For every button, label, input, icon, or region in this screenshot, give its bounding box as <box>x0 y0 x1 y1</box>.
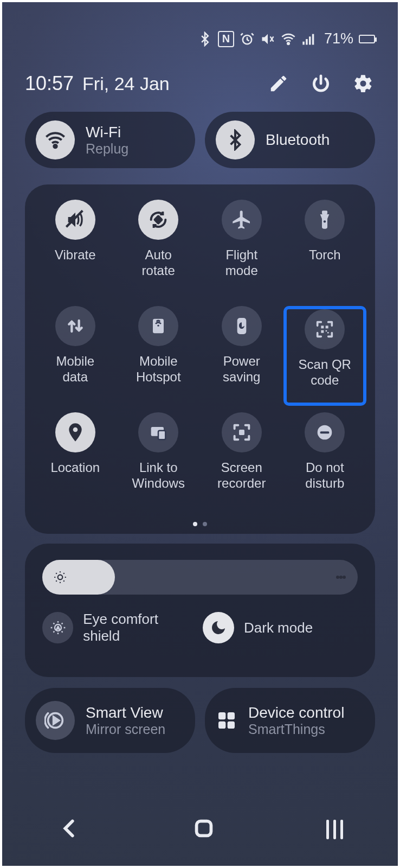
settings-button[interactable] <box>351 72 375 95</box>
eye-comfort-icon: A <box>42 612 73 643</box>
mute-icon <box>260 31 275 47</box>
svg-rect-30 <box>218 712 225 719</box>
svg-rect-21 <box>158 431 165 440</box>
svg-rect-24 <box>320 431 330 433</box>
svg-rect-31 <box>228 712 235 719</box>
clock-date[interactable]: Fri, 24 Jan <box>82 73 170 94</box>
bluetooth-pill-icon <box>216 120 255 159</box>
torch-label: Torch <box>309 247 341 279</box>
back-button[interactable] <box>57 816 82 843</box>
tile-screenrec[interactable]: Screen recorder <box>200 412 283 512</box>
svg-rect-14 <box>321 326 324 328</box>
flightmode-label: Flight mode <box>225 247 258 279</box>
tile-flightmode[interactable]: Flight mode <box>200 200 283 299</box>
svg-point-1 <box>287 42 289 44</box>
svg-rect-4 <box>309 36 311 44</box>
svg-rect-5 <box>312 34 314 44</box>
svg-rect-32 <box>218 722 225 729</box>
hotspot-icon <box>138 306 178 346</box>
tile-scanqr[interactable]: Scan QR code <box>283 306 367 406</box>
scanqr-icon <box>305 309 345 349</box>
power-button[interactable] <box>309 72 333 95</box>
bluetooth-icon <box>197 31 212 47</box>
powersave-icon <box>222 306 262 346</box>
svg-marker-29 <box>54 717 59 724</box>
bluetooth-toggle[interactable]: Bluetooth <box>205 112 375 168</box>
eye-comfort-label: Eye comfort shield <box>83 611 197 644</box>
dark-mode-icon <box>203 612 234 643</box>
tile-location[interactable]: Location <box>34 412 117 512</box>
wifi-title: Wi-Fi <box>86 124 128 141</box>
svg-rect-18 <box>327 332 329 334</box>
dnd-label: Do not disturb <box>305 460 344 492</box>
scanqr-label: Scan QR code <box>299 357 351 388</box>
clock-time[interactable]: 10:57 <box>25 72 74 95</box>
linkwindows-icon <box>138 412 178 452</box>
device-control-icon <box>216 710 237 731</box>
autorotate-label: Auto rotate <box>142 247 175 279</box>
home-button[interactable] <box>191 816 216 843</box>
device-control-subtitle: SmartThings <box>248 722 344 737</box>
nfc-icon: N <box>218 31 234 47</box>
flightmode-icon <box>222 200 262 240</box>
battery-label: 71% <box>324 30 353 47</box>
status-bar: N 71% <box>197 30 375 47</box>
wifi-subtitle: Replug <box>86 141 128 157</box>
recents-button[interactable] <box>326 820 343 839</box>
device-control-title: Device control <box>248 704 344 722</box>
svg-point-10 <box>324 220 326 222</box>
tile-powersave[interactable]: Power saving <box>200 306 283 406</box>
dnd-icon <box>305 412 345 452</box>
mobiledata-icon <box>55 306 95 346</box>
nav-bar <box>2 816 398 843</box>
dark-mode-label: Dark mode <box>244 620 313 636</box>
bluetooth-title: Bluetooth <box>266 131 330 149</box>
powersave-label: Power saving <box>223 354 260 385</box>
tile-linkwindows[interactable]: Link to Windows <box>117 412 201 512</box>
vibrate-icon <box>55 200 95 240</box>
signal-icon <box>301 31 317 47</box>
brightness-icon <box>53 570 67 584</box>
dark-mode-toggle[interactable]: Dark mode <box>203 611 358 644</box>
svg-rect-3 <box>306 39 308 45</box>
svg-text:A: A <box>56 626 60 631</box>
tile-dnd[interactable]: Do not disturb <box>283 412 367 512</box>
torch-icon <box>305 200 345 240</box>
brightness-panel: A Eye comfort shield Dark mode <box>25 544 375 677</box>
svg-rect-15 <box>326 326 328 328</box>
svg-rect-8 <box>153 215 164 225</box>
svg-rect-34 <box>197 821 211 836</box>
device-control-button[interactable]: Device control SmartThings <box>205 688 375 753</box>
smart-view-title: Smart View <box>86 704 165 722</box>
tile-autorotate[interactable]: Auto rotate <box>117 200 201 299</box>
header-row: 10:57 Fri, 24 Jan <box>25 72 375 95</box>
location-label: Location <box>50 460 100 492</box>
svg-point-25 <box>58 575 63 580</box>
brightness-slider[interactable] <box>42 560 358 595</box>
smart-view-button[interactable]: Smart View Mirror screen <box>25 688 195 753</box>
alarm-icon <box>240 31 255 47</box>
wifi-toggle[interactable]: Wi-Fi Replug <box>25 112 195 168</box>
svg-rect-22 <box>239 430 244 435</box>
edit-button[interactable] <box>267 72 291 95</box>
page-dots[interactable] <box>25 522 375 526</box>
tile-torch[interactable]: Torch <box>283 200 367 299</box>
brightness-menu-icon[interactable] <box>336 574 346 580</box>
tile-vibrate[interactable]: Vibrate <box>34 200 117 299</box>
screenrec-label: Screen recorder <box>217 460 266 492</box>
quick-panel: VibrateAuto rotateFlight modeTorchMobile… <box>25 184 375 534</box>
svg-point-12 <box>158 325 159 327</box>
svg-rect-9 <box>322 210 327 214</box>
svg-rect-17 <box>326 330 327 332</box>
svg-point-19 <box>73 427 78 432</box>
tile-mobiledata[interactable]: Mobile data <box>34 306 117 406</box>
smart-view-subtitle: Mirror screen <box>86 722 165 737</box>
screenrec-icon <box>222 412 262 452</box>
eye-comfort-toggle[interactable]: A Eye comfort shield <box>42 611 197 644</box>
svg-point-6 <box>54 145 56 148</box>
svg-rect-33 <box>228 722 235 729</box>
wifi-icon <box>281 31 296 47</box>
linkwindows-label: Link to Windows <box>132 460 185 492</box>
location-icon <box>55 412 95 452</box>
tile-hotspot[interactable]: Mobile Hotspot <box>117 306 201 406</box>
